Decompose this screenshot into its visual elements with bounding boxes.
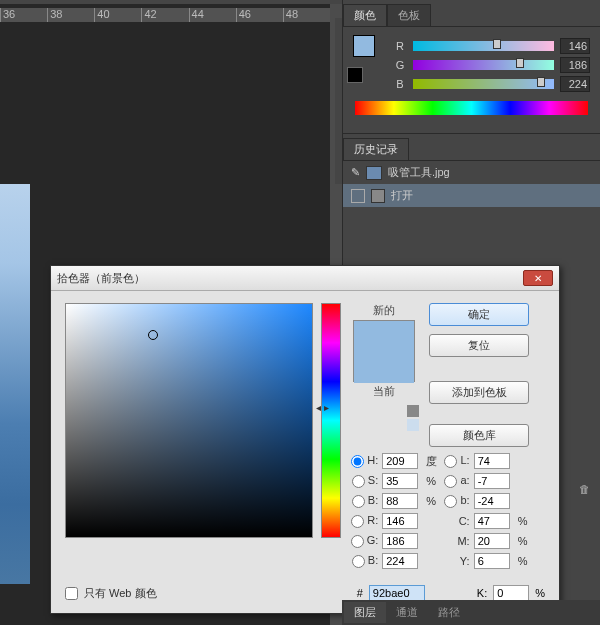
history-document[interactable]: ✎ 吸管工具.jpg — [343, 161, 600, 184]
tab-paths[interactable]: 路径 — [428, 602, 470, 623]
l-radio[interactable] — [444, 455, 457, 468]
eyedropper-icon: ✎ — [351, 166, 360, 179]
current-label: 当前 — [349, 384, 419, 399]
b-slider[interactable] — [413, 79, 554, 89]
h-radio[interactable] — [351, 455, 364, 468]
dialog-title: 拾色器（前景色） — [57, 271, 145, 286]
history-doc-name: 吸管工具.jpg — [388, 165, 450, 180]
g-slider[interactable] — [413, 60, 554, 70]
r-label: R — [393, 40, 407, 52]
background-swatch[interactable] — [347, 67, 363, 83]
history-checkbox[interactable] — [351, 189, 365, 203]
a-input[interactable] — [474, 473, 510, 489]
saturation-field[interactable] — [65, 303, 313, 538]
l-input[interactable] — [474, 453, 510, 469]
blue-radio[interactable] — [352, 555, 365, 568]
cube-icon[interactable] — [407, 405, 419, 417]
mini-swatch[interactable] — [407, 419, 419, 431]
tab-color[interactable]: 颜色 — [343, 4, 387, 26]
document-image — [0, 184, 30, 584]
foreground-swatch[interactable] — [353, 35, 375, 57]
s-radio[interactable] — [352, 475, 365, 488]
b-label: B — [393, 78, 407, 90]
k-input[interactable] — [493, 585, 529, 601]
c-input[interactable] — [474, 513, 510, 529]
web-only-checkbox[interactable] — [65, 587, 78, 600]
g-value-input[interactable] — [560, 57, 590, 73]
tab-layers[interactable]: 图层 — [344, 602, 386, 623]
color-library-button[interactable]: 颜色库 — [429, 424, 529, 447]
g-label: G — [393, 59, 407, 71]
h-input[interactable] — [382, 453, 418, 469]
g-input[interactable] — [382, 533, 418, 549]
color-cursor[interactable] — [148, 330, 158, 340]
a-radio[interactable] — [444, 475, 457, 488]
hex-input[interactable] — [369, 585, 425, 601]
y-input[interactable] — [474, 553, 510, 569]
g-radio[interactable] — [351, 535, 364, 548]
hue-slider[interactable]: ◂ ▸ — [321, 303, 341, 538]
bottom-panel-tabs: 图层 通道 路径 — [342, 600, 600, 625]
add-swatch-button[interactable]: 添加到色板 — [429, 381, 529, 404]
document-icon — [371, 189, 385, 203]
web-only-label: 只有 Web 颜色 — [84, 586, 157, 601]
s-input[interactable] — [382, 473, 418, 489]
r-radio[interactable] — [351, 515, 364, 528]
b-value-input[interactable] — [560, 76, 590, 92]
r-slider[interactable] — [413, 41, 554, 51]
bright-input[interactable] — [382, 493, 418, 509]
current-color-preview — [354, 352, 414, 383]
reset-button[interactable]: 复位 — [429, 334, 529, 357]
m-input[interactable] — [474, 533, 510, 549]
b-radio[interactable] — [352, 495, 365, 508]
tab-channels[interactable]: 通道 — [386, 602, 428, 623]
r-input[interactable] — [382, 513, 418, 529]
blue-input[interactable] — [382, 553, 418, 569]
color-fields: H: 度 L: S: % a: B: % b: R: C: % G: M: — [349, 453, 529, 569]
r-value-input[interactable] — [560, 38, 590, 54]
hue-pointer[interactable]: ◂ ▸ — [316, 402, 348, 413]
spectrum-bar[interactable] — [355, 101, 588, 115]
ok-button[interactable]: 确定 — [429, 303, 529, 326]
color-picker-dialog: 拾色器（前景色） ✕ ◂ ▸ 新的 当前 — [50, 265, 560, 614]
close-button[interactable]: ✕ — [523, 270, 553, 286]
history-step-label: 打开 — [391, 188, 413, 203]
tab-swatches[interactable]: 色板 — [387, 4, 431, 26]
doc-thumbnail — [366, 166, 382, 180]
lab-b-radio[interactable] — [444, 495, 457, 508]
dialog-titlebar[interactable]: 拾色器（前景色） ✕ — [51, 266, 559, 291]
color-preview — [353, 320, 415, 382]
tab-history[interactable]: 历史记录 — [343, 138, 409, 160]
new-label: 新的 — [349, 303, 419, 318]
hex-prefix: # — [357, 587, 363, 599]
lab-b-input[interactable] — [474, 493, 510, 509]
ruler-horizontal: 36384042444648 — [0, 8, 330, 22]
history-step-open[interactable]: 打开 — [343, 184, 600, 207]
new-color-preview — [354, 321, 414, 352]
trash-icon[interactable]: 🗑 — [579, 483, 590, 495]
